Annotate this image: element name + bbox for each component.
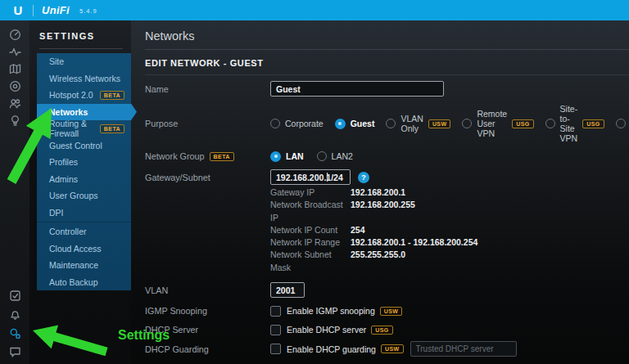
ubiquiti-logo-icon[interactable]: U: [8, 3, 28, 17]
beta-badge: BETA: [100, 91, 124, 100]
radio-label: Site-to-Site VPN: [560, 104, 578, 143]
sidebar-item-label: Auto Backup: [49, 277, 98, 287]
radio-icon: [462, 119, 472, 128]
info-label: Network Broadcast IP: [270, 199, 351, 224]
info-label: Network IP Range: [270, 236, 351, 249]
purpose-row: Purpose Corporate Guest VLAN OnlyUSW Rem…: [145, 104, 629, 143]
insights-icon[interactable]: [8, 114, 21, 127]
sidebar-item-wireless-networks[interactable]: Wireless Networks: [37, 70, 131, 88]
sidebar-item-label: Networks: [49, 107, 88, 117]
info-value: 192.168.200.1 - 192.168.200.254: [351, 236, 629, 249]
gateway-label: Gateway/Subnet: [145, 173, 270, 182]
sidebar-item-maintenance[interactable]: Maintenance: [37, 257, 131, 274]
clients-icon[interactable]: [8, 97, 21, 110]
radio-label: LAN: [286, 151, 304, 161]
dhcp-guarding-checkbox[interactable]: [270, 344, 281, 354]
network-group-row: Network GroupBETA LAN LAN2: [145, 151, 629, 162]
chat-icon[interactable]: [8, 345, 21, 358]
radio-lan2[interactable]: LAN2: [317, 151, 353, 161]
radio-guest[interactable]: Guest: [335, 119, 375, 129]
title-divider: [145, 49, 629, 50]
icon-rail: [0, 20, 29, 364]
sidebar-item-routing-firewall[interactable]: Routing & FirewallBETA: [37, 120, 131, 137]
sidebar-item-label: Admins: [49, 174, 78, 184]
unifi-settings-screen: U UniFi 5.4.9: [0, 0, 629, 364]
gateway-subnet-input[interactable]: [270, 169, 351, 185]
igmp-checkbox[interactable]: [270, 306, 281, 317]
network-group-options: LAN LAN2: [270, 151, 353, 162]
sidebar-item-guest-control[interactable]: Guest Control: [37, 137, 131, 155]
dhcp-server-checkbox[interactable]: [270, 325, 281, 335]
radio-label: Corporate: [285, 119, 324, 128]
name-row: Name: [145, 81, 629, 97]
statistics-icon[interactable]: [8, 45, 21, 58]
sidebar-item-user-groups[interactable]: User Groups: [37, 187, 131, 204]
dhcp-guarding-row: DHCP Guarding Enable DHCP guarding USW: [145, 341, 629, 357]
dhcp-guarding-label: DHCP Guarding: [145, 344, 270, 354]
main-content: Networks EDIT NETWORK - GUEST Name Purpo…: [131, 20, 629, 364]
network-name-input[interactable]: [270, 81, 444, 97]
info-label: Network Subnet Mask: [270, 249, 351, 274]
map-icon[interactable]: [8, 62, 21, 75]
sidebar-item-label: Profiles: [49, 157, 78, 167]
usg-badge: USG: [582, 119, 604, 128]
radio-site-to-site-vpn[interactable]: Site-to-Site VPNUSG: [545, 104, 604, 143]
vlan-label: VLAN: [145, 285, 270, 295]
dhcp-server-label: DHCP Server: [145, 325, 270, 335]
radio-icon: [317, 151, 327, 161]
sidebar-item-label: Maintenance: [49, 260, 98, 270]
beta-badge: BETA: [210, 152, 234, 161]
vlan-input[interactable]: [270, 282, 305, 298]
radio-icon: [270, 119, 280, 128]
help-icon[interactable]: ?: [358, 172, 369, 183]
usw-badge: USW: [381, 344, 404, 353]
settings-gear-icon[interactable]: [8, 326, 21, 339]
sidebar-item-label: User Groups: [49, 191, 98, 200]
sidebar-item-networks[interactable]: Networks: [37, 104, 137, 121]
sidebar-item-controller[interactable]: Controller: [37, 223, 131, 240]
sidebar-item-cloud-access[interactable]: Cloud Access: [37, 240, 131, 258]
dhcp-guarding-checkbox-label: Enable DHCP guarding: [287, 344, 376, 354]
beta-badge: BETA: [100, 124, 124, 133]
radio-label: VLAN Only: [400, 114, 423, 133]
usw-badge: USW: [428, 119, 451, 128]
controller-version: 5.4.9: [79, 7, 97, 15]
usw-badge: USW: [380, 307, 403, 316]
sidebar-item-profiles[interactable]: Profiles: [37, 154, 131, 171]
dashboard-icon[interactable]: [8, 28, 21, 41]
usg-badge: USG: [371, 326, 392, 335]
section-title: EDIT NETWORK - GUEST: [145, 58, 629, 68]
text-cursor: [327, 173, 328, 182]
dhcp-server-checkbox-label: Enable DHCP server: [287, 325, 366, 335]
radio-remote-user-vpn[interactable]: Remote User VPNUSG: [462, 109, 533, 138]
radio-label: Guest: [351, 119, 375, 128]
radio-corporate[interactable]: Corporate: [270, 119, 324, 128]
sidebar-item-label: Wireless Networks: [49, 74, 120, 83]
radio-vpn-client[interactable]: VPN ClientUSG: [616, 114, 629, 133]
info-value: 254: [351, 224, 629, 236]
alerts-bell-icon[interactable]: [8, 308, 21, 321]
gateway-row: Gateway/Subnet ?: [145, 169, 629, 185]
name-label: Name: [145, 84, 270, 94]
radio-selected-icon: [270, 151, 281, 162]
sidebar-item-hotspot[interactable]: Hotspot 2.0BETA: [37, 87, 131, 104]
trusted-dhcp-server-input[interactable]: [410, 341, 517, 357]
gateway-input-wrap: [270, 169, 351, 185]
sidebar-item-admins[interactable]: Admins: [37, 171, 131, 188]
settings-title-underline: [39, 48, 123, 49]
radio-icon: [386, 119, 396, 128]
sidebar-item-label: Hotspot 2.0: [49, 90, 93, 100]
radio-vlan-only[interactable]: VLAN OnlyUSW: [386, 114, 450, 133]
vlan-row: VLAN: [145, 282, 629, 298]
purpose-label: Purpose: [145, 119, 270, 128]
radio-lan[interactable]: LAN: [270, 151, 304, 162]
events-icon[interactable]: [8, 289, 21, 302]
sidebar-item-dpi[interactable]: DPI: [37, 204, 131, 222]
sidebar-item-label: Site: [49, 56, 64, 66]
topbar-separator: [33, 5, 34, 16]
menu-divider: [37, 222, 131, 222]
devices-icon[interactable]: [8, 79, 21, 92]
sidebar-item-site[interactable]: Site: [37, 53, 131, 70]
sidebar-item-auto-backup[interactable]: Auto Backup: [37, 274, 131, 291]
settings-sidebar-title: SETTINGS: [29, 20, 131, 48]
